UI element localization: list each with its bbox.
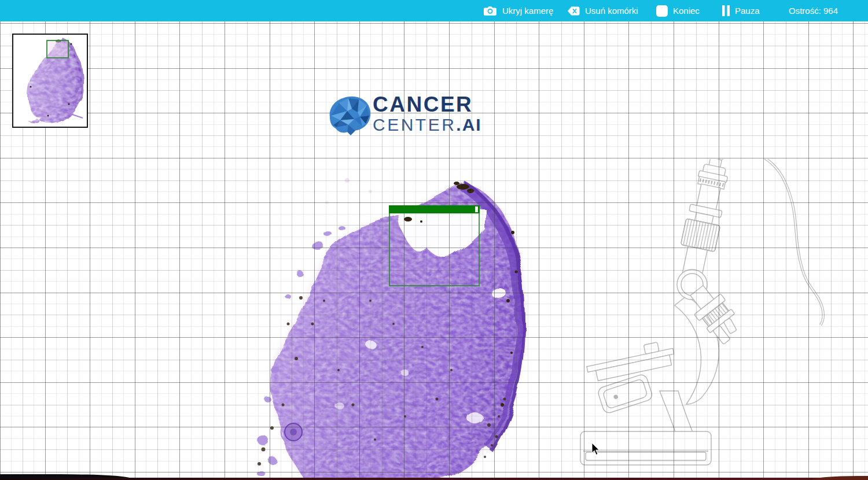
analysis-progress-bar — [389, 205, 480, 213]
bottom-right-strip-corner — [812, 476, 868, 480]
brain-icon — [324, 91, 374, 138]
camera-icon — [484, 6, 497, 16]
stop-icon — [656, 5, 668, 17]
pause-button[interactable]: Pauza — [722, 0, 760, 21]
pause-label: Pauza — [735, 6, 760, 16]
hide-camera-button[interactable]: Ukryj kamerę — [484, 0, 553, 21]
focus-readout: Ostrość: 964 — [789, 0, 838, 21]
hide-camera-label: Ukryj kamerę — [502, 6, 553, 16]
end-button[interactable]: Koniec — [656, 0, 700, 21]
bottom-slide-strip — [0, 478, 868, 480]
cancer-center-ai-logo: CANCER CENTER.AI — [324, 91, 475, 138]
end-label: Koniec — [673, 6, 700, 16]
top-toolbar: Ukryj kamerę Usuń komórki Koniec Pauza O… — [0, 0, 868, 21]
minimap[interactable] — [12, 34, 88, 128]
minimap-viewport-box[interactable] — [47, 40, 68, 58]
remove-cells-button[interactable]: Usuń komórki — [568, 0, 638, 21]
logo-subtitle: CENTER.AI — [373, 116, 482, 134]
microscope-illustration — [576, 159, 833, 471]
logo-title: CANCER — [373, 94, 482, 115]
remove-cells-label: Usuń komórki — [585, 6, 638, 16]
analysis-progress-slot — [475, 206, 478, 212]
remove-cells-icon — [568, 6, 580, 16]
analysis-region-selection[interactable] — [389, 205, 480, 286]
minimap-tissue-thumbnail — [13, 35, 87, 127]
pause-icon — [722, 5, 730, 16]
